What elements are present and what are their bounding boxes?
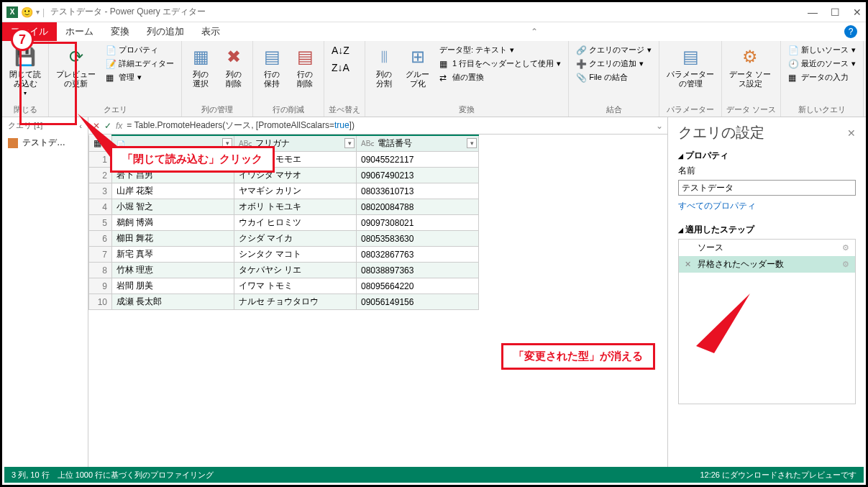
cell-tel[interactable]: 09067490213 bbox=[357, 168, 479, 183]
qat-dropdown-icon[interactable]: ▾ bbox=[36, 8, 40, 16]
datatype-button[interactable]: データ型: テキスト ▾ bbox=[437, 44, 564, 56]
groupby-button[interactable]: ⊞グルー プ化 bbox=[403, 44, 432, 90]
settings-title: クエリの設定 bbox=[678, 123, 764, 142]
split-column-button[interactable]: ⫴列の 分割 bbox=[370, 44, 398, 90]
cell-name[interactable]: 新宅 真琴 bbox=[112, 247, 234, 263]
table-row[interactable]: 4小堀 智之オボリ トモユキ08020084788 bbox=[89, 199, 479, 215]
row-number: 5 bbox=[89, 215, 112, 231]
recent-sources-button[interactable]: 🕘最近のソース ▾ bbox=[785, 58, 859, 70]
restore-button[interactable]: ☐ bbox=[831, 6, 840, 18]
filter-dropdown-icon[interactable]: ▾ bbox=[344, 138, 355, 148]
cell-furigana[interactable]: ヤマギシ カリン bbox=[234, 183, 357, 199]
datasource-settings-button[interactable]: ⚙データ ソー ス設定 bbox=[726, 44, 774, 90]
separator: | bbox=[42, 7, 45, 17]
minimize-button[interactable]: ― bbox=[808, 6, 818, 18]
cell-name[interactable]: 鵜飼 博満 bbox=[112, 215, 234, 231]
manage-parameters-button[interactable]: ▤パラメーター の管理 bbox=[664, 44, 717, 90]
window-title: テストデータ - Power Query エディター bbox=[50, 6, 206, 18]
sort-asc-icon: A↓Z bbox=[332, 45, 350, 56]
cell-furigana[interactable]: イワマ トモミ bbox=[234, 278, 357, 294]
annotation-callout-2: 「変更された型」が消える bbox=[501, 343, 655, 370]
filter-dropdown-icon[interactable]: ▾ bbox=[467, 138, 477, 148]
table-icon: ▦ bbox=[189, 45, 212, 68]
delete-step-icon[interactable]: ✕ bbox=[685, 260, 693, 269]
cell-tel[interactable]: 09097308021 bbox=[357, 215, 479, 231]
append-queries-button[interactable]: ➕クエリの追加 ▾ bbox=[573, 58, 654, 70]
remove-columns-button[interactable]: ✖列の 削除 bbox=[219, 44, 248, 90]
cell-tel[interactable]: 09045522117 bbox=[357, 152, 479, 168]
cell-furigana[interactable]: ウカイ ヒロミツ bbox=[234, 215, 357, 231]
tab-view[interactable]: 表示 bbox=[193, 22, 229, 41]
all-properties-link[interactable]: すべてのプロパティ bbox=[678, 200, 856, 212]
refresh-preview-button[interactable]: ⟳ プレビュー の更新 bbox=[53, 44, 99, 90]
gear-icon[interactable]: ⚙ bbox=[842, 260, 849, 269]
manage-button[interactable]: ▦管理 ▾ bbox=[103, 71, 177, 83]
groupby-icon: ⊞ bbox=[406, 45, 429, 68]
sort-asc-button[interactable]: A↓Z bbox=[329, 44, 352, 57]
cell-furigana[interactable]: クシダ マイカ bbox=[234, 231, 357, 247]
close-settings-icon[interactable]: ✕ bbox=[847, 127, 856, 139]
cell-name[interactable]: 岩間 朋美 bbox=[112, 278, 234, 294]
table-row[interactable]: 3山岸 花梨ヤマギシ カリン08033610713 bbox=[89, 183, 479, 199]
tab-transform[interactable]: 変換 bbox=[102, 22, 138, 41]
gear-icon[interactable]: ⚙ bbox=[842, 243, 849, 252]
formula-text[interactable]: = Table.PromoteHeaders(ソース, [PromoteAllS… bbox=[127, 119, 652, 132]
cell-furigana[interactable]: シンタク マコト bbox=[234, 247, 357, 263]
group-close-label: 閉じる bbox=[6, 103, 44, 115]
new-source-button[interactable]: 📄新しいソース ▾ bbox=[785, 44, 859, 56]
sort-desc-button[interactable]: Z↓A bbox=[329, 61, 352, 74]
table-row[interactable]: 5鵜飼 博満ウカイ ヒロミツ09097308021 bbox=[89, 215, 479, 231]
cell-name[interactable]: 櫛田 舞花 bbox=[112, 231, 234, 247]
table-row[interactable]: 9岩間 朋美イワマ トモミ08095664220 bbox=[89, 278, 479, 294]
keep-rows-button[interactable]: ▤行の 保持 bbox=[257, 44, 286, 90]
query-name-input[interactable] bbox=[678, 180, 856, 196]
name-label: 名前 bbox=[678, 165, 856, 177]
replace-values-button[interactable]: ⇄値の置換 bbox=[437, 71, 564, 83]
formula-expand-icon[interactable]: ⌄ bbox=[656, 121, 663, 131]
cell-tel[interactable]: 08038897363 bbox=[357, 263, 479, 278]
split-icon: ⫴ bbox=[373, 45, 396, 68]
merge-queries-button[interactable]: 🔗クエリのマージ ▾ bbox=[573, 44, 654, 56]
dropdown-icon: ▾ bbox=[24, 90, 27, 97]
close-window-button[interactable]: ✕ bbox=[853, 6, 862, 18]
group-params-label: パラメーター bbox=[664, 103, 717, 115]
cell-furigana[interactable]: タケバヤシ リエ bbox=[234, 263, 357, 278]
append-icon: ➕ bbox=[576, 59, 586, 69]
tab-addcolumn[interactable]: 列の追加 bbox=[138, 22, 193, 41]
remove-rows-button[interactable]: ▤行の 削除 bbox=[291, 44, 319, 90]
table-row[interactable]: 8竹林 理恵タケバヤシ リエ08038897363 bbox=[89, 263, 479, 278]
cell-tel[interactable]: 09056149156 bbox=[357, 294, 479, 310]
tab-home[interactable]: ホーム bbox=[57, 22, 102, 41]
table-row[interactable]: 6櫛田 舞花クシダ マイカ08053583630 bbox=[89, 231, 479, 247]
table-row[interactable]: 7新宅 真琴シンタク マコト08032867763 bbox=[89, 247, 479, 263]
group-sort-label: 並べ替え bbox=[329, 103, 360, 115]
enter-data-button[interactable]: ▦データの入力 bbox=[785, 71, 859, 83]
close-and-load-button[interactable]: 💾 閉じて読 み込む ▾ bbox=[6, 44, 44, 99]
cell-tel[interactable]: 08032867763 bbox=[357, 247, 479, 263]
ribbon-collapse-icon[interactable]: ⌃ bbox=[531, 27, 538, 37]
combine-files-button[interactable]: 📎File の結合 bbox=[573, 71, 654, 83]
cell-name[interactable]: 成瀬 長太郎 bbox=[112, 294, 234, 310]
help-button[interactable]: ? bbox=[844, 25, 857, 38]
column-header-tel[interactable]: ABᴄ電話番号▾ bbox=[357, 135, 479, 152]
manage-icon: ▦ bbox=[106, 73, 116, 83]
step-label: ソース bbox=[698, 242, 723, 254]
applied-step-item[interactable]: ソース⚙ bbox=[679, 240, 855, 256]
advanced-editor-button[interactable]: 📝詳細エディター bbox=[103, 58, 177, 70]
cell-name[interactable]: 小堀 智之 bbox=[112, 199, 234, 215]
cell-tel[interactable]: 08020084788 bbox=[357, 199, 479, 215]
cell-tel[interactable]: 08033610713 bbox=[357, 183, 479, 199]
table-row[interactable]: 10成瀬 長太郎ナルセ チョウタロウ09056149156 bbox=[89, 294, 479, 310]
cell-name[interactable]: 山岸 花梨 bbox=[112, 183, 234, 199]
first-row-header-button[interactable]: ▦1 行目をヘッダーとして使用 ▾ bbox=[437, 58, 564, 70]
smiley-icon: 🙂 bbox=[21, 6, 33, 18]
cell-furigana[interactable]: オボリ トモユキ bbox=[234, 199, 357, 215]
properties-button[interactable]: 📄プロパティ bbox=[103, 44, 177, 56]
cell-tel[interactable]: 08053583630 bbox=[357, 231, 479, 247]
cell-furigana[interactable]: ナルセ チョウタロウ bbox=[234, 294, 357, 310]
cell-name[interactable]: 竹林 理恵 bbox=[112, 263, 234, 278]
applied-step-item[interactable]: ✕昇格されたヘッダー数⚙ bbox=[679, 256, 855, 273]
cell-tel[interactable]: 08095664220 bbox=[357, 278, 479, 294]
refresh-icon: ⟳ bbox=[65, 45, 88, 68]
choose-columns-button[interactable]: ▦列の 選択 bbox=[186, 44, 215, 90]
